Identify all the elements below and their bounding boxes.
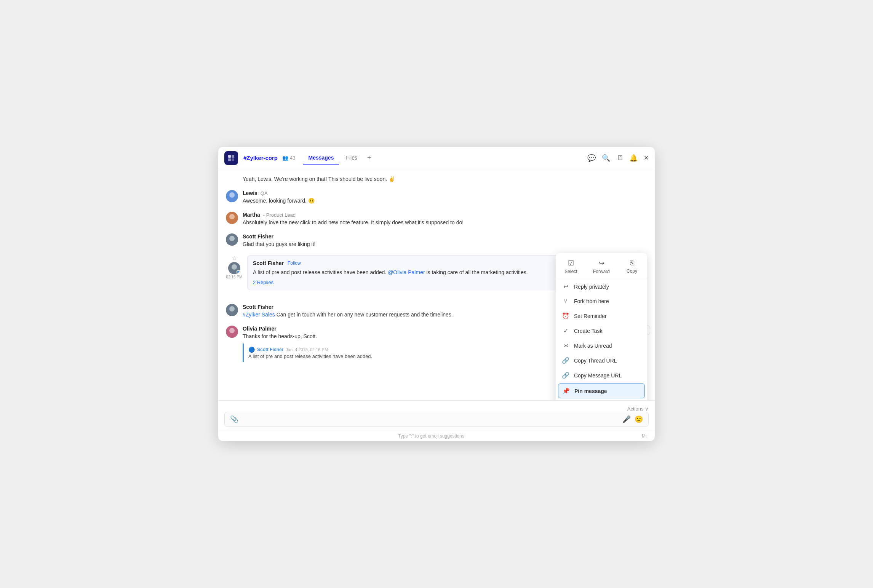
msg-sender: Scott Fisher <box>243 233 647 240</box>
link-icon: 🔗 <box>562 357 569 364</box>
ctx-fork-from-here[interactable]: ⑂ Fork from here <box>556 294 647 308</box>
people-icon: 👥 <box>282 155 288 161</box>
msg-text: Awesome, looking forward. 🙂 <box>243 197 647 205</box>
msg-text: Yeah, Lewis. We're working on that! This… <box>243 175 647 183</box>
input-icons: 🎤 🙂 <box>622 415 643 423</box>
thread-sender: Scott Fisher <box>253 260 284 266</box>
message-input[interactable] <box>242 416 619 422</box>
svg-point-14 <box>229 328 235 333</box>
chat-area: Yeah, Lewis. We're working on that! This… <box>218 169 655 400</box>
msg-content: Lewis QA Awesome, looking forward. 🙂 <box>243 190 647 205</box>
ctx-select-button[interactable]: ☑ Select <box>556 256 586 277</box>
message-group: Lewis QA Awesome, looking forward. 🙂 <box>226 190 647 205</box>
tab-files[interactable]: Files <box>341 152 363 165</box>
svg-rect-1 <box>232 155 234 158</box>
svg-point-8 <box>229 236 235 241</box>
pin-icon: 📌 <box>562 387 570 395</box>
forward-icon: ↪ <box>599 259 604 267</box>
status-bar: Type ":" to get emoji suggestions M↓ <box>218 431 655 441</box>
chat-icon[interactable]: 💬 <box>587 154 596 162</box>
avatar <box>226 326 238 338</box>
message-group: Yeah, Lewis. We're working on that! This… <box>226 175 647 183</box>
emoji-icon[interactable]: 🙂 <box>635 415 643 423</box>
avatar <box>226 190 238 202</box>
actions-bar: Actions ∨ <box>224 404 649 412</box>
svg-rect-0 <box>228 155 231 158</box>
avatar-badge <box>237 270 240 274</box>
select-icon: ☑ <box>568 259 574 267</box>
svg-point-5 <box>227 198 237 202</box>
svg-point-4 <box>229 192 235 198</box>
tabs: Messages Files + <box>303 152 374 165</box>
msg-content: Scott Fisher Glad that you guys are liki… <box>243 233 647 248</box>
link2-icon: 🔗 <box>562 372 569 379</box>
avatar <box>226 212 238 224</box>
mention[interactable]: @Olivia Palmer <box>388 269 425 275</box>
ctx-close-thread[interactable]: ✕ Close Thread <box>556 399 647 400</box>
msg-sender: Martha - Product Lead <box>243 212 647 218</box>
markdown-hint: M↓ <box>642 433 648 439</box>
msg-content: Martha - Product Lead Absolutely love th… <box>243 212 647 227</box>
titlebar: #Zylker-corp 👥 43 Messages Files + 💬 🔍 🖥… <box>218 147 655 169</box>
search-icon[interactable]: 🔍 <box>602 154 610 162</box>
svg-point-10 <box>232 264 237 270</box>
ctx-forward-button[interactable]: ↪ Forward <box>586 256 617 277</box>
msg-sender: Lewis QA <box>243 190 647 196</box>
unread-icon: ✉ <box>562 342 569 349</box>
svg-point-9 <box>227 241 237 246</box>
avatar <box>228 262 240 274</box>
ctx-pin-message[interactable]: 📌 Pin message <box>558 383 645 398</box>
msg-text: Absolutely love the new click to add new… <box>243 219 647 227</box>
screen-share-icon[interactable]: 🖥 <box>616 154 623 162</box>
notification-icon[interactable]: 🔔 <box>629 154 638 162</box>
task-icon: ✓ <box>562 327 569 334</box>
context-menu: ☑ Select ↪ Forward ⎘ Copy ↩ Reply privat… <box>556 253 647 400</box>
actions-dropdown[interactable]: Actions ∨ <box>627 406 649 412</box>
svg-point-15 <box>227 333 237 338</box>
ctx-mark-unread[interactable]: ✉ Mark as Unread <box>556 338 647 353</box>
message-group: Martha - Product Lead Absolutely love th… <box>226 212 647 227</box>
ctx-set-reminder[interactable]: ⏰ Set Reminder <box>556 308 647 323</box>
context-menu-quick-actions: ☑ Select ↪ Forward ⎘ Copy <box>556 253 647 279</box>
reply-icon: ↩ <box>562 283 569 290</box>
channel-name[interactable]: #Zylker-corp <box>243 155 278 161</box>
input-area: Actions ∨ 📎 🎤 🙂 <box>218 400 655 431</box>
star-icon[interactable]: ☆ <box>232 255 237 261</box>
svg-rect-3 <box>232 158 234 161</box>
tab-messages[interactable]: Messages <box>303 152 339 165</box>
svg-point-12 <box>229 306 235 312</box>
message-group: Scott Fisher Glad that you guys are liki… <box>226 233 647 248</box>
svg-point-7 <box>227 219 237 224</box>
ctx-create-task[interactable]: ✓ Create Task <box>556 323 647 338</box>
attach-button[interactable]: 📎 <box>230 415 238 423</box>
msg-text: Glad that you guys are liking it! <box>243 240 647 248</box>
channel-ref[interactable]: #Zylker Sales <box>243 312 275 318</box>
titlebar-actions: 💬 🔍 🖥 🔔 ✕ <box>587 154 649 162</box>
ctx-copy-button[interactable]: ⎘ Copy <box>617 256 647 277</box>
ctx-copy-message-url[interactable]: 🔗 Copy Message URL <box>556 368 647 383</box>
reminder-icon: ⏰ <box>562 312 569 320</box>
svg-rect-2 <box>228 158 231 161</box>
msg-content: Yeah, Lewis. We're working on that! This… <box>243 175 647 183</box>
copy-icon: ⎘ <box>630 259 634 267</box>
tab-add[interactable]: + <box>364 152 374 163</box>
app-logo <box>224 151 238 165</box>
avatar <box>226 304 238 316</box>
svg-point-6 <box>229 214 235 219</box>
avatar <box>226 233 238 246</box>
svg-point-13 <box>227 312 237 316</box>
follow-button[interactable]: Follow <box>288 260 301 266</box>
close-icon[interactable]: ✕ <box>644 154 649 161</box>
member-count: 👥 43 <box>282 155 295 161</box>
input-row: 📎 🎤 🙂 <box>224 412 649 427</box>
mic-icon[interactable]: 🎤 <box>622 415 631 423</box>
thread-avatar-area: ☆ 02:16 PM <box>226 255 243 280</box>
main-window: #Zylker-corp 👥 43 Messages Files + 💬 🔍 🖥… <box>218 147 655 441</box>
ctx-reply-privately[interactable]: ↩ Reply privately <box>556 279 647 294</box>
message-time: 02:16 PM <box>226 275 243 280</box>
fork-icon: ⑂ <box>562 298 569 305</box>
ctx-copy-thread-url[interactable]: 🔗 Copy Thread URL <box>556 353 647 368</box>
